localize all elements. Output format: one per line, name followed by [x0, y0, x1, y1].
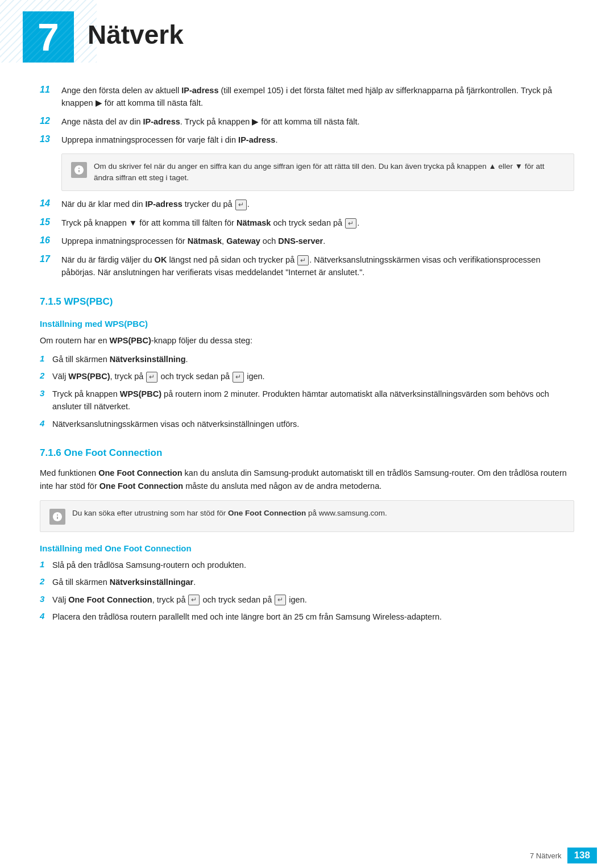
section-715-intro: Om routern har en WPS(PBC)-knapp följer … [40, 334, 574, 347]
enter-key-icon: ↵ [297, 255, 309, 266]
item-number: 12 [40, 116, 61, 126]
section-716-heading: 7.1.6 One Foot Connection [40, 447, 574, 459]
enter-key-icon: ↵ [146, 372, 157, 383]
item-text: Slå på den trådlösa Samsung-routern och … [52, 559, 246, 571]
list-item: 4 Nätverksanslutningsskärmen visas och n… [40, 418, 574, 430]
item-number: 4 [40, 611, 52, 621]
list-item: 2 Gå till skärmen Nätverksinställningar. [40, 576, 574, 588]
item-number: 1 [40, 354, 52, 363]
list-item: 13 Upprepa inmatningsprocessen för varje… [40, 134, 574, 146]
chapter-title: Nätverk [88, 10, 184, 49]
section-716-intro: Med funktionen One Foot Connection kan d… [40, 467, 574, 493]
enter-key-icon: ↵ [233, 372, 244, 383]
item-number: 13 [40, 134, 61, 144]
item-number: 2 [40, 576, 52, 586]
enter-key-icon: ↵ [345, 218, 356, 229]
item-text: När du är färdig väljer du OK längst ned… [61, 254, 574, 279]
item-number: 3 [40, 594, 52, 604]
enter-key-icon: ↵ [188, 595, 200, 605]
item-text: Nätverksanslutningsskärmen visas och nät… [52, 418, 299, 430]
item-number: 16 [40, 235, 61, 246]
footer-page-badge: 138 [567, 848, 597, 863]
item-text: Upprepa inmatningsprocessen för Nätmask,… [61, 235, 325, 247]
item-text: Gå till skärmen Nätverksinställning. [52, 353, 188, 366]
enter-key-icon: ↵ [275, 595, 286, 605]
item-number: 14 [40, 198, 61, 209]
item-text: Placera den trådlösa routern parallellt … [52, 610, 442, 623]
item-number: 15 [40, 217, 61, 227]
list-item: 1 Slå på den trådlösa Samsung-routern oc… [40, 559, 574, 571]
item-number: 11 [40, 85, 61, 95]
item-text: Välj WPS(PBC), tryck på ↵ och tryck seda… [52, 370, 265, 383]
section-716-list: 1 Slå på den trådlösa Samsung-routern oc… [40, 559, 574, 624]
content-area: 11 Ange den första delen av aktuell IP-a… [0, 78, 614, 662]
item-number: 3 [40, 388, 52, 398]
enter-key-icon: ↵ [235, 200, 247, 210]
note-box-2: Du kan söka efter utrustning som har stö… [40, 500, 574, 532]
note-text: Om du skriver fel när du anger en siffra… [94, 161, 565, 184]
item-number: 4 [40, 418, 52, 428]
subsection-715-heading: Inställning med WPS(PBC) [40, 319, 574, 329]
note-icon [49, 509, 65, 525]
item-text: När du är klar med din IP-adress trycker… [61, 198, 250, 210]
note-icon [71, 162, 87, 178]
list-item: 15 Tryck på knappen ▼ för att komma till… [40, 217, 574, 229]
list-item: 4 Placera den trådlösa routern parallell… [40, 610, 574, 623]
list-item: 3 Tryck på knappen WPS(PBC) på routern i… [40, 388, 574, 413]
item-text: Upprepa inmatningsprocessen för varje fä… [61, 134, 277, 146]
page-container: 7 Nätverk 11 Ange den första delen av ak… [0, 0, 614, 868]
item-text: Tryck på knappen WPS(PBC) på routern ino… [52, 388, 574, 413]
item-text: Tryck på knappen ▼ för att komma till fä… [61, 217, 359, 229]
list-item: 17 När du är färdig väljer du OK längst … [40, 254, 574, 279]
item-number: 1 [40, 559, 52, 569]
list-item: 2 Välj WPS(PBC), tryck på ↵ och tryck se… [40, 370, 574, 383]
list-item: 3 Välj One Foot Connection, tryck på ↵ o… [40, 593, 574, 606]
list-item: 14 När du är klar med din IP-adress tryc… [40, 198, 574, 210]
list-item: 12 Ange nästa del av din IP-adress. Tryc… [40, 115, 574, 128]
item-text: Gå till skärmen Nätverksinställningar. [52, 576, 196, 588]
subsection-716-heading: Inställning med One Foot Connection [40, 543, 574, 553]
note-box-1: Om du skriver fel när du anger en siffra… [61, 153, 574, 192]
item-number: 17 [40, 254, 61, 264]
footer-label: 7 Nätverk [530, 852, 562, 860]
chapter-header-area: 7 Nätverk [0, 0, 614, 73]
item-text: Ange den första delen av aktuell IP-adre… [61, 84, 574, 110]
page-footer: 7 Nätverk 138 [0, 843, 614, 868]
item-number: 2 [40, 371, 52, 380]
item-text: Ange nästa del av din IP-adress. Tryck p… [61, 115, 360, 128]
section-715-list: 1 Gå till skärmen Nätverksinställning. 2… [40, 353, 574, 430]
chapter-number-block: 7 [23, 11, 74, 63]
note-text: Du kan söka efter utrustning som har stö… [72, 508, 387, 519]
chapter-number: 7 [38, 15, 59, 59]
list-item: 16 Upprepa inmatningsprocessen för Nätma… [40, 235, 574, 247]
list-item: 11 Ange den första delen av aktuell IP-a… [40, 84, 574, 110]
section-715-heading: 7.1.5 WPS(PBC) [40, 296, 574, 308]
item-text: Välj One Foot Connection, tryck på ↵ och… [52, 593, 307, 606]
list-item: 1 Gå till skärmen Nätverksinställning. [40, 353, 574, 366]
